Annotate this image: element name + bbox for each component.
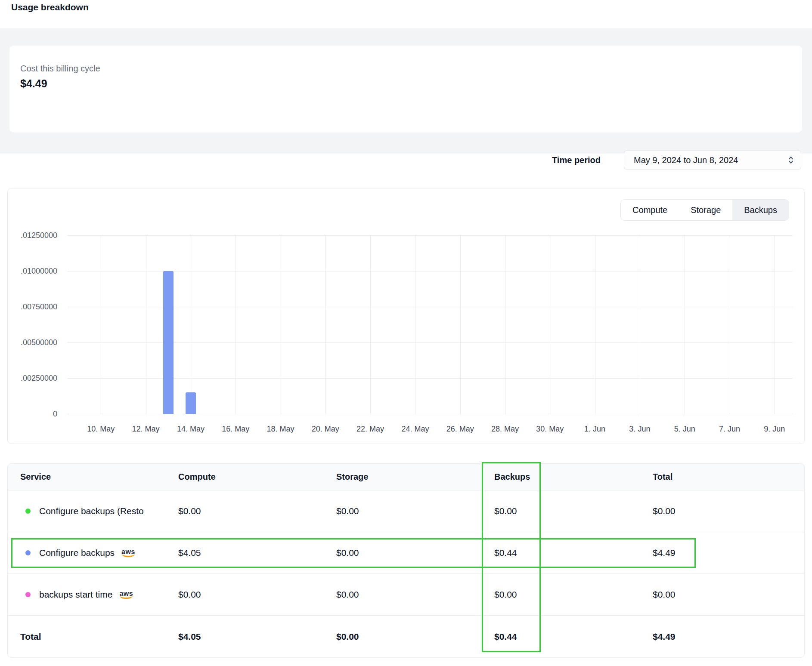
- y-tick-label: .01250000: [21, 231, 57, 240]
- chart-plot: [68, 235, 793, 414]
- y-tick-label: .00750000: [21, 302, 57, 311]
- service-name: backups start time: [39, 589, 112, 600]
- cost-cycle-label: Cost this billing cycle: [20, 64, 100, 74]
- service-cell: backups start timeaws: [20, 589, 178, 600]
- gridline-vertical: [281, 235, 281, 414]
- series-color-dot: [25, 592, 31, 597]
- y-tick-label: 0: [53, 410, 57, 419]
- storage-value: $0.00: [336, 506, 494, 516]
- y-axis-labels: .01250000.01000000.00750000.00500000.002…: [8, 235, 57, 414]
- x-tick-label: 16. May: [222, 425, 249, 434]
- chart-bar-14-may: [186, 392, 196, 414]
- cost-band: Cost this billing cycle $4.49: [0, 28, 812, 154]
- chart-bar-13-may: [163, 271, 174, 414]
- y-tick-label: .00250000: [21, 374, 57, 383]
- column-header-storage: Storage: [336, 472, 494, 482]
- time-period-label: Time period: [552, 155, 601, 165]
- total-row-label: Total: [20, 632, 178, 642]
- x-tick-label: 20. May: [312, 425, 339, 434]
- total-value: $4.49: [653, 548, 804, 558]
- total-storage-value: $0.00: [336, 632, 494, 642]
- x-tick-label: 30. May: [536, 425, 564, 434]
- aws-logo: aws: [119, 590, 133, 599]
- series-color-dot: [25, 509, 31, 514]
- usage-breakdown-page: Usage breakdown Cost this billing cycle …: [0, 0, 812, 666]
- x-tick-label: 10. May: [87, 425, 115, 434]
- storage-value: $0.00: [336, 548, 494, 558]
- column-header-service: Service: [20, 472, 178, 482]
- gridline-vertical: [685, 235, 685, 414]
- x-tick-label: 18. May: [267, 425, 294, 434]
- tab-storage[interactable]: Storage: [679, 200, 732, 220]
- gridline-vertical: [415, 235, 415, 414]
- time-period-select[interactable]: May 9, 2024 to Jun 8, 2024: [624, 150, 801, 170]
- gridline-vertical: [370, 235, 371, 414]
- gridline-vertical: [640, 235, 640, 414]
- x-tick-label: 22. May: [356, 425, 384, 434]
- time-period-value: May 9, 2024 to Jun 8, 2024: [634, 155, 738, 165]
- gridline-vertical: [505, 235, 505, 414]
- gridline-vertical: [775, 235, 775, 414]
- table-total-row: Total$4.05$0.00$0.44$4.49: [8, 615, 804, 657]
- gridline-vertical: [101, 235, 101, 414]
- aws-smile-icon: [120, 595, 133, 599]
- x-axis-labels: 10. May12. May14. May16. May18. May20. M…: [68, 425, 793, 435]
- page-title: Usage breakdown: [11, 2, 89, 12]
- table-row-backups-start-time: backups start timeaws$0.00$0.00$0.00$0.0…: [8, 574, 804, 615]
- gridline-vertical: [325, 235, 326, 414]
- x-tick-label: 9. Jun: [764, 425, 785, 434]
- backups-value: $0.00: [494, 589, 653, 600]
- column-header-compute: Compute: [178, 472, 336, 482]
- x-tick-label: 7. Jun: [719, 425, 740, 434]
- gridline-vertical: [191, 235, 191, 414]
- service-name: Configure backups (Resto: [39, 506, 144, 516]
- chart-tabs: ComputeStorageBackups: [620, 199, 789, 221]
- backups-value: $0.44: [494, 548, 653, 558]
- usage-chart-card: ComputeStorageBackups .01250000.01000000…: [7, 188, 805, 444]
- table-row-configure-backups: Configure backupsaws$4.05$0.00$0.44$4.49: [8, 532, 804, 574]
- table-header-row: ServiceComputeStorageBackupsTotal: [8, 464, 804, 490]
- gridline-vertical: [146, 235, 146, 414]
- gridline-horizontal: [68, 378, 793, 379]
- gridline-vertical: [460, 235, 461, 414]
- series-color-dot: [25, 550, 31, 555]
- x-tick-label: 5. Jun: [674, 425, 695, 434]
- y-tick-label: .01000000: [21, 267, 57, 276]
- column-header-backups: Backups: [494, 472, 653, 482]
- compute-value: $4.05: [178, 548, 336, 558]
- tab-backups[interactable]: Backups: [732, 200, 789, 220]
- x-tick-label: 26. May: [446, 425, 474, 434]
- gridline-horizontal: [68, 235, 793, 236]
- x-tick-label: 24. May: [401, 425, 429, 434]
- x-tick-label: 12. May: [132, 425, 160, 434]
- gridline-horizontal: [68, 342, 793, 343]
- gridline-vertical: [595, 235, 595, 414]
- x-tick-label: 1. Jun: [584, 425, 605, 434]
- usage-table: ServiceComputeStorageBackupsTotal Config…: [7, 463, 805, 658]
- select-updown-chevron-icon: [787, 155, 795, 165]
- cost-cycle-value: $4.49: [20, 77, 47, 90]
- gridline-horizontal: [68, 414, 793, 414]
- x-tick-label: 14. May: [177, 425, 205, 434]
- total-compute-value: $4.05: [178, 632, 336, 642]
- service-cell: Configure backups (Resto: [20, 506, 178, 516]
- compute-value: $0.00: [178, 589, 336, 600]
- total-value: $0.00: [653, 589, 804, 600]
- table-row-configure-backups-resto: Configure backups (Resto$0.00$0.00$0.00$…: [8, 490, 804, 532]
- total-total-value: $4.49: [653, 632, 804, 642]
- gridline-vertical: [730, 235, 730, 414]
- gridline-horizontal: [68, 307, 793, 307]
- gridline-horizontal: [68, 271, 793, 271]
- total-value: $0.00: [653, 506, 804, 516]
- compute-value: $0.00: [178, 506, 336, 516]
- tab-compute[interactable]: Compute: [621, 200, 679, 220]
- backups-value: $0.00: [494, 506, 653, 516]
- total-backups-value: $0.44: [494, 632, 653, 642]
- aws-logo: aws: [121, 549, 135, 557]
- cost-card: Cost this billing cycle $4.49: [9, 46, 802, 133]
- x-tick-label: 3. Jun: [629, 425, 650, 434]
- storage-value: $0.00: [336, 589, 494, 600]
- aws-smile-icon: [122, 554, 135, 557]
- gridline-vertical: [236, 235, 236, 414]
- table-body: Configure backups (Resto$0.00$0.00$0.00$…: [8, 490, 804, 615]
